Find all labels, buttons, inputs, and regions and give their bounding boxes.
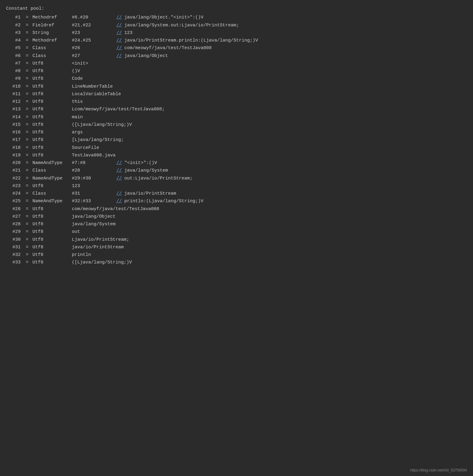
entry-ref: #29:#30 (72, 175, 108, 182)
equals-sign: = (23, 91, 31, 98)
entry-type: Utf8 (32, 83, 72, 90)
entry-number: #5 (6, 45, 22, 52)
entry-number: #19 (6, 152, 22, 159)
equals-sign: = (23, 244, 31, 251)
equals-sign: = (23, 144, 31, 151)
entry-type: Utf8 (32, 236, 72, 243)
entry-ref: com/meowyf/java/test/TestJava008 (72, 206, 159, 213)
entry-link[interactable]: // (116, 159, 122, 166)
table-row: #5 = Class#26 //com/meowyf/java/test/Tes… (6, 44, 467, 52)
table-row: #8 = Utf8()V (6, 67, 467, 75)
equals-sign: = (23, 152, 31, 159)
entry-type: Utf8 (32, 121, 72, 128)
entry-link[interactable]: // (116, 37, 122, 44)
watermark: https://blog.csdn.net/m0_53756694 (410, 468, 467, 472)
entry-desc: out:Ljava/io/PrintStream; (124, 175, 193, 182)
spacer (108, 159, 116, 166)
equals-sign: = (23, 175, 31, 182)
entry-link[interactable]: // (116, 175, 122, 182)
equals-sign: = (23, 68, 31, 75)
entry-desc: java/lang/System.out:Ljava/io/PrintStrea… (124, 22, 239, 29)
entry-link[interactable]: // (116, 22, 122, 29)
entry-type: Utf8 (32, 136, 72, 143)
heading: Constant pool: (6, 5, 467, 12)
entry-ref: LineNumberTable (72, 83, 113, 90)
table-row: #32 = Utf8println (6, 251, 467, 259)
entry-type: Utf8 (32, 183, 72, 189)
entry-ref: 123 (72, 183, 108, 189)
entry-desc: "<init>":()V (124, 159, 157, 166)
equals-sign: = (23, 259, 31, 266)
entry-ref: this (72, 98, 108, 105)
entry-number: #8 (6, 68, 22, 75)
entry-number: #30 (6, 236, 22, 243)
table-row: #6 = Class#27 //java/lang/Object (6, 52, 467, 60)
entry-desc: 123 (124, 29, 133, 36)
entry-desc: java/io/PrintStream.println:(Ljava/lang/… (124, 37, 258, 44)
equals-sign: = (23, 75, 31, 82)
table-row: #16 = Utf8args (6, 129, 467, 136)
heading-text: Constant pool: (6, 5, 44, 12)
entry-type: Utf8 (32, 213, 72, 220)
spacer (108, 45, 116, 52)
spacer (108, 37, 116, 44)
entry-type: Class (32, 190, 72, 197)
equals-sign: = (23, 136, 31, 143)
entry-link[interactable]: // (116, 29, 122, 36)
entry-number: #32 (6, 251, 22, 258)
entry-number: #31 (6, 244, 22, 251)
table-row: #19 = Utf8TestJava008.java (6, 152, 467, 159)
entry-type: Utf8 (32, 75, 72, 82)
entry-number: #9 (6, 75, 22, 82)
entry-number: #15 (6, 121, 22, 128)
entry-number: #6 (6, 52, 22, 59)
entry-link[interactable]: // (116, 190, 122, 197)
equals-sign: = (23, 221, 31, 228)
entry-type: Class (32, 45, 72, 52)
table-row: #10 = Utf8LineNumberTable (6, 83, 467, 90)
entry-number: #4 (6, 37, 22, 44)
equals-sign: = (23, 236, 31, 243)
spacer (108, 175, 116, 182)
equals-sign: = (23, 159, 31, 166)
entry-number: #24 (6, 190, 22, 197)
entry-ref: out (72, 228, 108, 235)
entry-link[interactable]: // (116, 45, 122, 52)
entry-ref: java/lang/System (72, 221, 116, 228)
entry-desc: println:(Ljava/lang/String;)V (124, 198, 203, 205)
equals-sign: = (23, 121, 31, 128)
table-row: #29 = Utf8out (6, 228, 467, 236)
equals-sign: = (23, 114, 31, 121)
entry-number: #16 (6, 129, 22, 136)
entry-number: #13 (6, 106, 22, 113)
entry-desc: java/io/PrintStream (124, 190, 176, 197)
equals-sign: = (23, 190, 31, 197)
entry-link[interactable]: // (116, 167, 122, 174)
table-row: #27 = Utf8java/lang/Object (6, 213, 467, 220)
entry-link[interactable]: // (116, 52, 122, 59)
entry-number: #26 (6, 206, 22, 213)
equals-sign: = (23, 129, 31, 136)
table-row: #33 = Utf8([Ljava/lang/String;)V (6, 259, 467, 266)
entry-ref: #32:#33 (72, 198, 108, 205)
entry-number: #18 (6, 144, 22, 151)
entry-ref: LocalVariableTable (72, 91, 121, 98)
entry-number: #23 (6, 183, 22, 189)
entry-type: Utf8 (32, 68, 72, 75)
entry-number: #17 (6, 136, 22, 143)
entry-desc: java/lang/Object (124, 52, 168, 59)
table-row: #22 = NameAndType#29:#30 //out:Ljava/io/… (6, 175, 467, 182)
entry-ref: #7:#8 (72, 159, 108, 166)
entry-type: NameAndType (32, 175, 72, 182)
entry-link[interactable]: // (116, 14, 122, 21)
table-row: #25 = NameAndType#32:#33 //println:(Ljav… (6, 197, 467, 205)
entry-link[interactable]: // (116, 198, 122, 205)
entry-ref: println (72, 251, 108, 258)
entry-ref: #6.#20 (72, 14, 108, 21)
entry-number: #33 (6, 259, 22, 266)
entry-ref: main (72, 114, 108, 121)
entry-ref: ([Ljava/lang/String;)V (72, 121, 132, 128)
table-row: #2 = Fieldref#21.#22 //java/lang/System.… (6, 22, 467, 29)
entry-ref: #31 (72, 190, 108, 197)
equals-sign: = (23, 37, 31, 44)
